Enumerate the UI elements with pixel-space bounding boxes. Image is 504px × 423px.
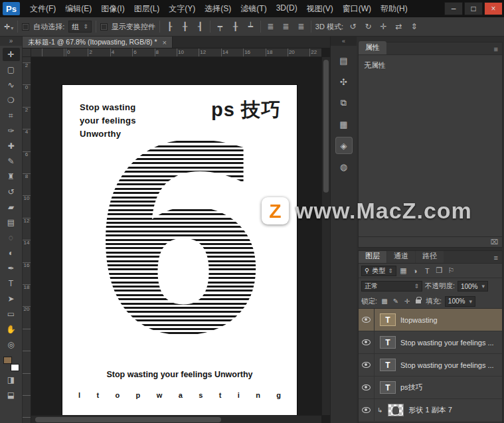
lock-position-icon[interactable]: ✛ [403,297,411,305]
3d-slide-icon[interactable]: ⇄ [393,21,404,33]
panel-menu-icon[interactable]: ≡ [494,45,502,54]
zoom-tool[interactable]: ◎ [3,338,20,351]
text-layer-thumbnail[interactable]: T [380,336,396,349]
vertical-scrollbar[interactable] [321,57,330,415]
menu-window[interactable]: 窗口(W) [338,3,376,15]
move-tool[interactable]: ✛ [3,48,20,61]
path-selection-tool[interactable]: ➤ [3,292,20,305]
horizontal-scrollbar[interactable] [31,415,321,423]
tab-paths[interactable]: 路径 [416,250,444,263]
lock-all-icon[interactable] [416,299,421,303]
layer-row-itopwasting[interactable]: T Itopwasting [359,309,502,331]
pen-tool[interactable]: ✒ [3,262,20,275]
layer-row-stop-wasting-1[interactable]: T Stop wasting your feelings ... [359,331,502,354]
close-button[interactable]: × [484,2,503,15]
color-swatches[interactable] [3,357,19,371]
fill-dropdown[interactable]: 100% ▾ [445,296,475,307]
shape-layer-thumbnail[interactable] [388,404,404,416]
canvas[interactable]: Stop wasting your feelings Unworthy ps 技… [31,57,321,415]
filter-smart-objects-icon[interactable]: ⚐ [446,266,456,275]
visibility-toggle[interactable] [359,399,375,421]
opacity-dropdown[interactable]: 100% ▾ [458,281,488,292]
properties-panel-icon[interactable]: ◈ [336,137,352,153]
3d-scale-icon[interactable]: ⇕ [408,21,420,33]
distribute-right-icon[interactable]: ≣ [295,21,307,33]
filter-adjustment-layers-icon[interactable]: ◑ [410,267,420,275]
vertical-scroll-thumb[interactable] [323,60,329,193]
clone-source-panel-icon[interactable]: ⧉ [336,95,352,111]
align-right-icon[interactable]: ┨ [195,21,206,33]
auto-select-dropdown[interactable]: 组 ⇕ [68,21,92,33]
visibility-toggle[interactable] [359,309,375,331]
menu-file[interactable]: 文件(F) [25,3,60,15]
layer-filter-dropdown[interactable]: ⚲ 类型 ⇕ [361,266,396,276]
visibility-toggle[interactable] [359,377,375,398]
blend-mode-dropdown[interactable]: 正常 ⇕ [361,281,422,292]
adjustments-panel-icon[interactable]: ◍ [336,159,352,175]
dodge-tool[interactable]: ◐ [3,246,20,260]
menu-help[interactable]: 帮助(H) [376,3,412,15]
3d-rotate-icon[interactable]: ↺ [347,21,359,33]
tab-close-icon[interactable]: × [162,39,166,46]
tab-layers[interactable]: 图层 [359,250,386,263]
tab-properties[interactable]: 属性 [359,41,386,54]
eyedropper-tool[interactable]: ✑ [3,124,20,137]
swatches-panel-icon[interactable]: ▦ [336,116,352,132]
delete-icon[interactable]: ⌧ [490,238,498,246]
align-center-v-icon[interactable]: ╂ [230,21,241,33]
filter-pixel-layers-icon[interactable]: ▦ [398,266,408,275]
marquee-tool[interactable]: ▢ [3,63,20,76]
crop-tool[interactable]: ⌗ [3,109,20,122]
menu-edit[interactable]: 编辑(E) [60,3,96,15]
menu-select[interactable]: 选择(S) [200,3,236,15]
menu-filter[interactable]: 滤镜(T) [236,3,271,15]
document-tab[interactable]: 未标题-1 @ 67.8% (Itopwasting, RGB/8) * × [23,37,173,48]
quick-selection-tool[interactable]: ❍ [3,94,20,107]
brush-tool[interactable]: ✎ [3,155,20,168]
background-color-swatch[interactable] [11,364,19,371]
text-layer-thumbnail[interactable]: T [380,359,396,371]
eraser-tool[interactable]: ▰ [3,201,20,214]
filter-type-layers-icon[interactable]: T [422,267,432,275]
hand-tool[interactable]: ✋ [3,323,20,336]
layer-row-stop-wasting-2[interactable]: T Stop wasting your feelings ... [359,354,502,377]
foreground-color-swatch[interactable] [3,357,12,364]
auto-select-checkbox[interactable] [22,23,29,31]
quick-mask-button[interactable]: ◨ [3,373,20,386]
3d-drag-icon[interactable]: ✛ [378,21,389,33]
layer-row-ps-jiqiao[interactable]: T ps技巧 [359,377,502,399]
menu-view[interactable]: 视图(V) [302,3,338,15]
clone-stamp-tool[interactable]: ♜ [3,170,20,183]
tab-channels[interactable]: 通道 [387,250,415,263]
panel-menu-icon[interactable]: ≡ [494,254,502,263]
align-top-icon[interactable]: ┯ [214,21,226,33]
menu-type[interactable]: 文字(Y) [164,3,200,15]
distribute-center-icon[interactable]: ≣ [280,21,292,33]
toolstrip-collapse-icon[interactable]: » [0,37,22,46]
align-center-h-icon[interactable]: ╂ [179,21,191,33]
lasso-tool[interactable]: ∿ [3,78,20,92]
align-left-icon[interactable]: ┠ [164,21,175,33]
shape-tool[interactable]: ▭ [3,307,20,321]
menu-layer[interactable]: 图层(L) [129,3,165,15]
visibility-toggle[interactable] [359,331,375,353]
horizontal-scroll-thumb[interactable] [35,417,221,422]
align-bottom-icon[interactable]: ┷ [245,21,256,33]
3d-roll-icon[interactable]: ↻ [363,21,374,33]
lock-transparent-pixels-icon[interactable]: ▩ [380,297,388,305]
dock-expand-icon[interactable]: « [331,37,357,46]
visibility-toggle[interactable] [359,354,375,376]
healing-brush-tool[interactable]: ✚ [3,139,20,153]
layer-row-shape-copy-7[interactable]: ↳ 形状 1 副本 7 [359,399,502,422]
history-brush-tool[interactable]: ↺ [3,185,20,199]
brush-panel-icon[interactable]: ✣ [336,74,352,90]
lock-image-pixels-icon[interactable]: ✎ [392,297,400,305]
active-tool-icon[interactable]: ✛ ▾ [4,23,13,31]
menu-image[interactable]: 图像(I) [96,3,129,15]
blur-tool[interactable]: ◌ [3,231,20,244]
maximize-button[interactable]: □ [464,2,483,15]
filter-shape-layers-icon[interactable]: ❒ [434,266,444,275]
text-layer-thumbnail[interactable]: T [380,313,396,326]
distribute-left-icon[interactable]: ≣ [265,21,276,33]
screen-mode-button[interactable]: ⬓ [3,388,20,402]
